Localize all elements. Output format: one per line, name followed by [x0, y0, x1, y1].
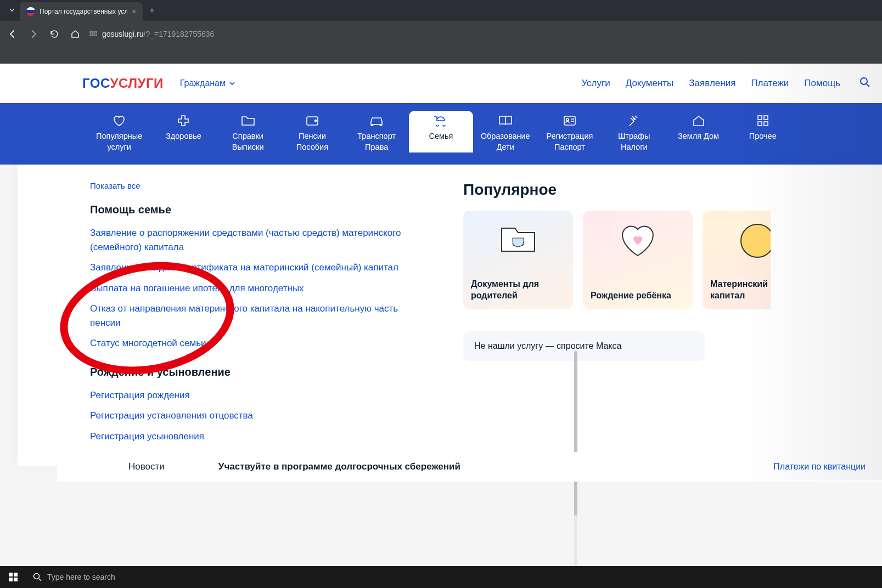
stroller-icon: [433, 114, 448, 127]
service-link[interactable]: Регистрация рождения: [90, 388, 408, 403]
svg-rect-12: [764, 122, 768, 126]
popular-card-documents[interactable]: Документы для родителей: [463, 211, 573, 309]
browser-tab[interactable]: Портал государственных услу ×: [20, 2, 143, 21]
svg-rect-0: [90, 31, 93, 33]
popular-title: Популярное: [463, 181, 771, 199]
car-icon: [369, 114, 384, 127]
news-headline[interactable]: Участвуйте в программе долгосрочных сбер…: [218, 461, 460, 472]
svg-point-15: [741, 224, 771, 257]
ask-max-banner[interactable]: Не нашли услугу — спросите Макса: [463, 331, 705, 361]
svg-point-8: [566, 118, 569, 121]
svg-rect-3: [94, 34, 97, 36]
svg-point-6: [314, 120, 316, 122]
home-button[interactable]: [68, 27, 82, 41]
windows-taskbar: Type here to search: [0, 566, 882, 588]
book-icon: [498, 114, 513, 127]
popular-card-matcapital[interactable]: Материнский капитал: [703, 211, 771, 309]
svg-rect-10: [764, 116, 768, 120]
tabs-menu-button[interactable]: [4, 5, 20, 15]
forward-button[interactable]: [26, 27, 41, 41]
cat-certificates[interactable]: Справки Выписки: [216, 111, 280, 156]
plus-medical-icon: [176, 114, 191, 127]
browser-toolbar: gosuslugi.ru/?_=1719182755636: [0, 21, 882, 47]
news-strip: Новости Участвуйте в программе долгосроч…: [57, 452, 882, 482]
new-tab-button[interactable]: +: [149, 5, 154, 15]
id-card-icon: [562, 114, 577, 127]
close-icon[interactable]: ×: [132, 7, 136, 16]
section-title-help: Помощь семье: [90, 203, 441, 216]
house-icon: [691, 114, 706, 127]
news-label[interactable]: Новости: [128, 461, 165, 472]
browser-tab-strip: Портал государственных услу × +: [0, 0, 882, 21]
service-link[interactable]: Заявление о выдаче сертификата на матери…: [90, 261, 408, 275]
wallet-icon: [305, 114, 320, 127]
cat-education[interactable]: Образование Дети: [473, 111, 537, 156]
svg-rect-18: [9, 578, 13, 581]
favicon-russia-icon: [26, 7, 35, 16]
nav-documents[interactable]: Документы: [626, 78, 674, 89]
audience-selector[interactable]: Гражданам: [180, 78, 235, 88]
svg-point-20: [34, 574, 40, 579]
service-link-status[interactable]: Статус многодетной семьи: [90, 336, 408, 350]
chevron-down-icon: [229, 80, 235, 87]
service-link[interactable]: Регистрация усыновления: [90, 429, 408, 444]
category-dropdown-panel: Показать все Помощь семье Заявление о ра…: [18, 165, 882, 466]
svg-rect-9: [758, 116, 762, 120]
heart-icon: [617, 222, 659, 261]
coin-icon: [738, 222, 771, 262]
address-bar[interactable]: gosuslugi.ru/?_=1719182755636: [89, 29, 214, 39]
search-placeholder: Type here to search: [47, 573, 115, 581]
cat-fines[interactable]: Штрафы Налоги: [602, 111, 666, 156]
cat-transport[interactable]: Транспорт Права: [345, 111, 409, 156]
service-link[interactable]: Регистрация установления отцовства: [90, 409, 408, 423]
show-all-link[interactable]: Показать все: [90, 181, 141, 190]
category-nav: Популярные услуги Здоровье Справки Выпис…: [0, 103, 882, 165]
svg-rect-7: [564, 116, 575, 125]
logo[interactable]: ГОСУСЛУГИ: [82, 76, 164, 91]
svg-rect-16: [9, 573, 13, 576]
folder-icon: [240, 114, 256, 127]
popular-card-birth[interactable]: Рождение ребёнка: [583, 211, 693, 309]
reload-button[interactable]: [47, 27, 61, 41]
service-link[interactable]: Отказ от направления материнского капита…: [90, 302, 408, 330]
svg-point-4: [861, 78, 867, 84]
news-side-link[interactable]: Платежи по квитанции: [773, 462, 866, 472]
section-title-birth: Рождение и усыновление: [90, 366, 441, 378]
cat-pensions[interactable]: Пенсии Пособия: [280, 111, 344, 156]
heart-icon: [111, 114, 127, 127]
cat-other[interactable]: Прочее: [731, 111, 795, 145]
nav-payments[interactable]: Платежи: [751, 78, 789, 89]
svg-rect-17: [14, 573, 18, 576]
url-host: gosuslugi.ru/?_=1719182755636: [102, 30, 214, 38]
service-link[interactable]: Заявление о распоряжении средствами (час…: [90, 226, 408, 254]
service-link[interactable]: Выплата на погашение ипотеки для многоде…: [90, 281, 408, 296]
cat-family[interactable]: Семья: [409, 111, 473, 152]
header-nav: Услуги Документы Заявления Платежи Помощ…: [581, 76, 882, 91]
svg-rect-2: [90, 34, 93, 36]
nav-help[interactable]: Помощь: [804, 78, 840, 89]
gavel-icon: [626, 114, 642, 127]
tab-title: Портал государственных услу: [40, 8, 127, 15]
svg-rect-1: [94, 31, 97, 33]
cat-registration[interactable]: Регистрация Паспорт: [537, 111, 602, 156]
svg-rect-19: [14, 578, 18, 581]
cat-popular[interactable]: Популярные услуги: [87, 111, 151, 156]
folder-stroller-icon: [496, 222, 540, 259]
site-settings-icon[interactable]: [89, 29, 98, 39]
search-icon: [33, 573, 42, 581]
cat-health[interactable]: Здоровье: [151, 111, 216, 145]
svg-rect-11: [758, 122, 762, 126]
nav-services[interactable]: Услуги: [581, 78, 610, 89]
taskbar-search[interactable]: Type here to search: [26, 566, 213, 588]
bookmarks-bar: [0, 47, 882, 64]
back-button[interactable]: [5, 27, 20, 41]
nav-applications[interactable]: Заявления: [689, 78, 735, 89]
cat-land[interactable]: Земля Дом: [666, 111, 731, 145]
grid-icon: [755, 114, 771, 127]
search-icon[interactable]: [856, 76, 871, 91]
start-button[interactable]: [0, 573, 26, 581]
site-header: ГОСУСЛУГИ Гражданам Услуги Документы Зая…: [0, 64, 882, 103]
